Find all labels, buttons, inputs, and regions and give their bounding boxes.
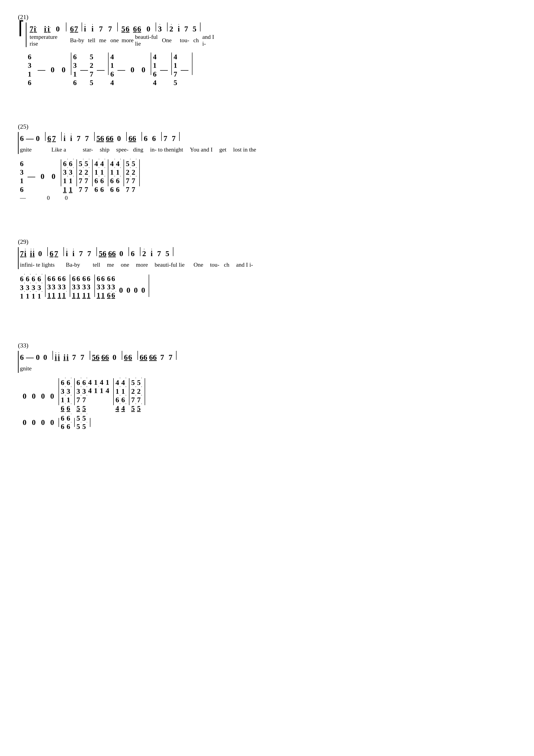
chord-4175-1: 4 1 7 5	[174, 53, 177, 87]
chord-4164-1: 4 1 6 4	[110, 53, 114, 87]
note-0-2: 0	[146, 25, 150, 33]
chord-527-dot-25-3: 5· 2· 7· 7	[126, 159, 129, 194]
note-7-29-5: 7	[157, 249, 161, 258]
note-0-1: 0	[56, 25, 60, 33]
lyric-lost: lost in the	[233, 146, 256, 153]
lyric-spee: spee-	[116, 146, 129, 153]
section-33: (33) 6 — 0 0 i· i·	[18, 342, 516, 431]
note-6-29a: 6	[103, 249, 106, 258]
note-66: 6 6	[131, 24, 143, 34]
note-7-33-4: 7	[169, 353, 172, 362]
lyric-gnite: gnite	[20, 146, 38, 153]
note-5-29b: 5	[165, 249, 169, 258]
note-6-25c: 6	[110, 134, 114, 143]
lower-notes-row-21: 6 3 1 6 — 0 0 6 3 1 6	[28, 53, 516, 87]
barline-5	[167, 22, 167, 31]
lower-0-29-2: 0	[126, 286, 130, 294]
note-i-dot-2: i·	[91, 25, 93, 33]
barline-29-5	[140, 247, 140, 256]
lyric-one: one	[109, 37, 120, 44]
lower-0-3: 0	[131, 66, 134, 74]
note-i-dot-29-3: i·	[33, 249, 35, 258]
lyric-more-29: more	[136, 261, 148, 268]
chord-6316-33-2: 6· 3· 1· 6·	[66, 378, 70, 413]
lower-notes-row-25: 6 3 1 6 — 0 0 6· 3· 1· 1 6·	[20, 159, 516, 194]
lower-barline-4	[171, 53, 172, 75]
barline-33-2	[90, 351, 90, 360]
lyric-ch-29: ch	[224, 261, 229, 268]
section-number-29: (29)	[18, 238, 516, 245]
note-5-33: 5	[92, 353, 96, 362]
lyric-lower-25-1: —	[20, 195, 47, 201]
note-i-dot-29-1: i·	[24, 249, 26, 258]
lower-0-33-1: 0	[23, 392, 26, 400]
lyric-me: me	[97, 37, 109, 44]
note-6-33a: 6	[96, 353, 100, 362]
note-i-dot-29-6: i·	[150, 249, 153, 258]
chord-416-dot-25-2: 4· 1· 6· 6	[100, 159, 104, 194]
lower-end-barline-29	[149, 275, 149, 297]
note-7-1: 7	[99, 25, 103, 33]
barline-25-2	[61, 132, 62, 141]
lower-barline-29-3	[94, 275, 95, 297]
chord-631-29-4: 6· 3· 1·	[38, 275, 41, 300]
lower-0-29-4: 0	[141, 286, 145, 294]
note-6-25-plain2: 6	[152, 134, 156, 143]
lower-notes-row-33: 0 0 0 0 6· 3· 1· 6· 6· 3· 1· 6·	[20, 378, 516, 414]
section-25: (25) 6 — 0 6 7 i·	[18, 123, 516, 202]
section-number-33: (33)	[18, 342, 516, 349]
end-barline-25	[179, 132, 180, 141]
note-ii: i· i·	[42, 24, 52, 34]
note-7-33-1: 7	[72, 353, 76, 362]
chord-6316-33-4: 6· 3· 7· 5	[82, 378, 86, 413]
lower-notes-row-29: 6· 3· 1· 6· 3· 1· 6· 3· 1· 6· 3· 1·	[20, 275, 516, 306]
barline-4	[156, 22, 156, 31]
end-barline-thin	[200, 22, 200, 31]
section-21: (21) ⌈ 7 i· i· i·	[18, 14, 516, 87]
chord-5275-33-1: 5· 2· 7· 5·	[131, 378, 135, 413]
note-3-dot: 3·	[158, 25, 162, 33]
chord-5275-33-2: 5· 2· 7· 5·	[137, 378, 140, 413]
note-i-33-4: i	[66, 353, 68, 362]
lyric-ship: ship	[100, 146, 110, 153]
lower-bottom-row-33: 0 0 0 0 6· 6· 6· 6· 5· 5·	[20, 414, 516, 431]
note-0-25: 0	[117, 134, 121, 143]
lower-0-29-3: 0	[134, 286, 138, 294]
mid-note-33-1: 4 4	[88, 378, 92, 395]
lower-barline-2	[108, 53, 109, 75]
chord-631-29-2: 6· 3· 1·	[26, 275, 29, 300]
bot-barline-33-1	[59, 418, 59, 427]
note-i-dot-3: i·	[178, 25, 180, 33]
lower-barline-25-4	[108, 159, 108, 186]
lower-barline-1	[71, 53, 71, 75]
note-6-33-g1: 6	[140, 353, 143, 362]
brace-21-upper: ⌈	[18, 22, 25, 47]
note-6-u: 6	[47, 134, 51, 143]
lyric-lower-25-2: 0	[47, 195, 65, 201]
lyric-beauti-29: beauti-ful lie	[155, 261, 185, 268]
bot-chord-55-33-2: 5· 5·	[82, 414, 86, 431]
section-29: (29) 7 i· i· i· 0	[18, 238, 516, 306]
chord-66-29-3: 6 6 3 3 1 1	[72, 275, 80, 299]
mid-note-33-3: 4 1	[100, 378, 103, 395]
note-i-dot-29-4: i·	[66, 249, 68, 258]
upper-notes-row-33: 6 — 0 0 i· i· i i	[20, 351, 516, 364]
lyric-baby-29: Ba-by	[66, 261, 84, 268]
barline-29-4	[129, 247, 129, 256]
dash-1: —	[38, 66, 45, 74]
barline-25-5	[141, 132, 142, 141]
lyric-andi-29: and I i-	[236, 261, 253, 268]
lower-end-barline	[192, 53, 192, 75]
note-6-25b: 6	[106, 134, 110, 143]
note-6-33-g3: 6	[149, 353, 153, 362]
note-i-dot-25-2: i·	[70, 134, 72, 143]
lower-0-1: 0	[51, 66, 55, 74]
lyric-tell: tell	[86, 37, 97, 44]
dash-2: —	[80, 66, 88, 74]
note-66-33b: 6	[128, 353, 132, 362]
dash-u25-1: —	[26, 134, 34, 143]
chord-6316-33-3: 6· 3· 7· 5	[76, 378, 80, 413]
lyric-star: star-	[83, 146, 93, 153]
lyric-one-29: one	[121, 261, 129, 268]
note-i-33-3: i	[64, 353, 65, 362]
